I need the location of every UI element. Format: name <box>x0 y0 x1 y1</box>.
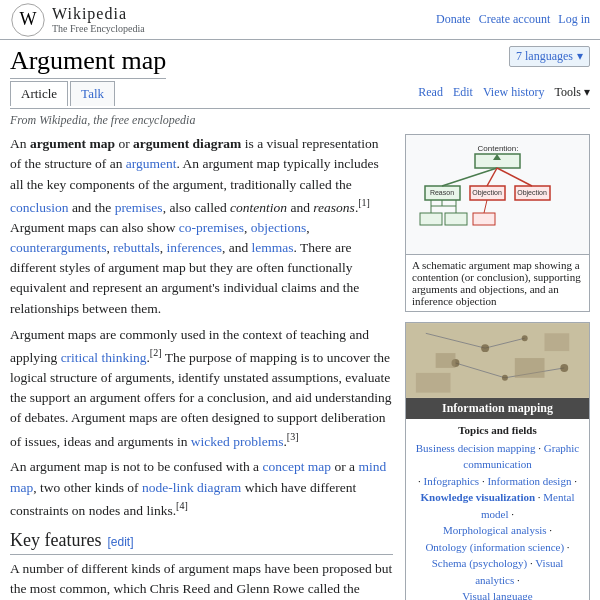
site-subtitle: The Free Encyclopedia <box>52 23 145 34</box>
lang-count: 7 languages <box>516 49 573 64</box>
ontology-link[interactable]: Ontology (information science) <box>425 541 564 553</box>
svg-rect-33 <box>515 358 545 378</box>
key-features-edit-link[interactable]: edit <box>111 535 130 549</box>
view-history-link[interactable]: View history <box>483 85 545 100</box>
donate-link[interactable]: Donate <box>436 12 471 27</box>
para4: A number of different kinds of argument … <box>10 559 393 601</box>
content-area: Argument map 7 languages ▾ Article Talk … <box>0 40 600 600</box>
svg-rect-13 <box>420 213 442 225</box>
svg-rect-32 <box>436 353 456 368</box>
language-badge[interactable]: 7 languages ▾ <box>509 46 590 67</box>
key-features-title: Key features <box>10 527 101 554</box>
svg-text:Contention:: Contention: <box>478 144 519 153</box>
page-title-area: Argument map 7 languages ▾ <box>10 40 590 81</box>
info-mapping-svg <box>406 323 589 398</box>
argument-link[interactable]: argument <box>126 156 177 171</box>
edit-link-action[interactable]: Edit <box>453 85 473 100</box>
logo-text: Wikipedia The Free Encyclopedia <box>52 5 145 34</box>
svg-text:W: W <box>20 9 37 29</box>
svg-point-28 <box>522 335 528 341</box>
infobox-caption: A schematic argument map showing a conte… <box>406 254 589 311</box>
knowledge-viz-link[interactable]: Knowledge visualization <box>420 491 535 503</box>
intro-paragraph: An argument map or argument diagram is a… <box>10 134 393 319</box>
topics-fields-heading: Topics and fields <box>412 422 583 439</box>
site-title: Wikipedia <box>52 5 145 23</box>
tools-chevron-icon: ▾ <box>584 85 590 99</box>
logo-area: W Wikipedia The Free Encyclopedia <box>10 2 145 38</box>
info-mapping-links: Business decision mapping · Graphic comm… <box>412 440 583 601</box>
argument-map-diagram: Contention: Reason Objection Obj <box>406 135 589 254</box>
svg-rect-14 <box>445 213 467 225</box>
svg-point-30 <box>502 375 508 381</box>
argument-map-svg: Contention: Reason Objection Obj <box>415 141 580 246</box>
article-tabs: Article Talk <box>10 81 117 106</box>
inferences-link[interactable]: inferences <box>166 240 221 255</box>
svg-line-20 <box>484 200 487 213</box>
info-mapping-content: Topics and fields Business decision mapp… <box>406 419 589 600</box>
info-mapping-image <box>406 323 589 398</box>
conclusion-link[interactable]: conclusion <box>10 199 69 214</box>
svg-rect-35 <box>416 373 451 393</box>
lemmas-link[interactable]: lemmas <box>252 240 294 255</box>
info-mapping-title: Information mapping <box>406 398 589 419</box>
premises-link[interactable]: premises <box>115 199 163 214</box>
svg-point-27 <box>481 344 489 352</box>
site-header: W Wikipedia The Free Encyclopedia Donate… <box>0 0 600 40</box>
page-title: Argument map <box>10 46 166 79</box>
edit-actions: Read Edit View history Tools ▾ <box>418 85 590 104</box>
schema-link[interactable]: Schema (psychology) <box>432 557 528 569</box>
header-links: Donate Create account Log in <box>436 12 590 27</box>
svg-rect-19 <box>473 213 495 225</box>
wikipedia-logo-icon: W <box>10 2 46 38</box>
svg-text:Objection: Objection <box>472 189 502 197</box>
article-text: An argument map or argument diagram is a… <box>10 134 393 600</box>
argument-map-infobox: Contention: Reason Objection Obj <box>405 134 590 312</box>
visual-language-link[interactable]: Visual language <box>462 590 533 600</box>
main-body: An argument map or argument diagram is a… <box>10 134 590 600</box>
objections-link[interactable]: objections <box>251 220 307 235</box>
para2: Argument maps are commonly used in the c… <box>10 325 393 452</box>
svg-text:Objection: Objection <box>517 189 547 197</box>
key-features-edit: [edit] <box>107 533 133 551</box>
chevron-down-icon: ▾ <box>577 49 583 64</box>
tools-link[interactable]: Tools ▾ <box>555 85 591 100</box>
node-link-diagram-link[interactable]: node-link diagram <box>142 480 241 495</box>
key-features-heading: Key features [edit] <box>10 527 393 555</box>
create-account-link[interactable]: Create account <box>479 12 551 27</box>
rebuttals-link[interactable]: rebuttals <box>113 240 160 255</box>
svg-text:Reason: Reason <box>430 189 454 196</box>
read-link[interactable]: Read <box>418 85 443 100</box>
tab-article[interactable]: Article <box>10 81 68 106</box>
wicked-problems-link[interactable]: wicked problems <box>191 433 284 448</box>
right-column: Contention: Reason Objection Obj <box>405 134 590 600</box>
concept-map-link[interactable]: concept map <box>262 459 331 474</box>
para3: An argument map is not to be confused wi… <box>10 457 393 520</box>
morphological-link[interactable]: Morphological analysis <box>443 524 547 536</box>
co-premises-link[interactable]: co-premises <box>179 220 244 235</box>
svg-point-31 <box>560 364 568 372</box>
svg-line-12 <box>497 168 532 186</box>
tab-talk[interactable]: Talk <box>70 81 115 106</box>
log-in-link[interactable]: Log in <box>558 12 590 27</box>
critical-thinking-link[interactable]: critical thinking <box>61 350 147 365</box>
information-design-link[interactable]: Information design <box>487 475 571 487</box>
from-wikipedia-line: From Wikipedia, the free encyclopedia <box>10 113 590 128</box>
infographics-link[interactable]: Infographics <box>424 475 480 487</box>
counterarguments-link[interactable]: counterarguments <box>10 240 106 255</box>
business-decision-link[interactable]: Business decision mapping <box>416 442 536 454</box>
svg-rect-34 <box>544 333 569 351</box>
info-mapping-infobox: Information mapping Topics and fields Bu… <box>405 322 590 600</box>
